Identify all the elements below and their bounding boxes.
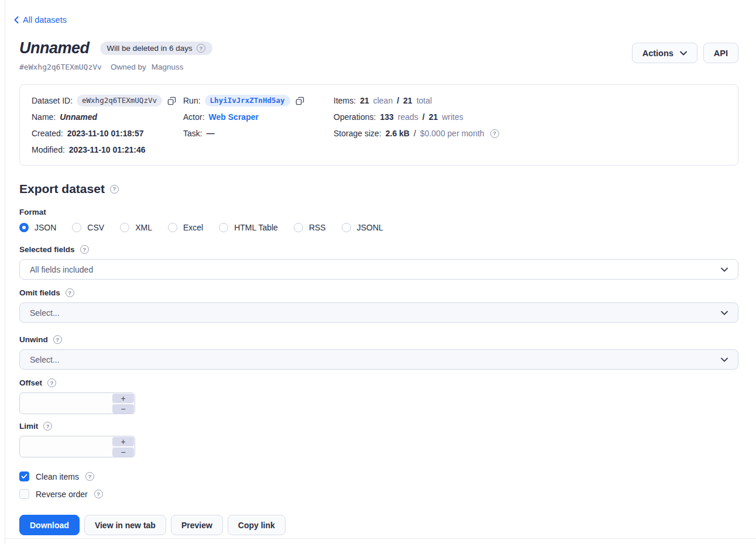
operations-writes-count: 21 [429,112,438,122]
task-label: Task: [183,129,202,138]
operations-separator: / [422,112,425,122]
omit-fields-label: Omit fields [19,288,60,297]
radio-unselected-icon [294,223,303,232]
reverse-order-checkbox[interactable] [19,489,29,499]
back-to-all-datasets-link[interactable]: All datasets [14,15,67,25]
deletion-badge: Will be deleted in 6 days [100,42,212,55]
unwind-select[interactable]: Select... [19,349,738,370]
radio-jsonl-label: JSONL [357,223,383,232]
help-icon[interactable] [490,129,499,138]
clean-items-checkbox[interactable] [19,471,29,481]
operations-writes-word: writes [442,112,463,122]
clean-items-label: Clean items [36,472,79,481]
radio-excel-label: Excel [183,223,203,232]
operations-reads-count: 133 [380,112,393,122]
limit-input[interactable] [19,436,135,457]
chevron-down-icon [680,51,687,56]
radio-xml[interactable]: XML [120,223,152,232]
actor-label: Actor: [183,112,205,122]
radio-rss-label: RSS [309,223,326,232]
radio-unselected-icon [219,223,228,232]
dataset-hash: #eWxhg2q6TEXmUQzVv [19,63,102,71]
help-icon[interactable] [53,335,62,344]
offset-increment-button[interactable] [112,394,134,403]
storage-cost: $0.000 per month [420,129,484,138]
download-button[interactable]: Download [19,515,80,535]
omit-fields-select[interactable]: Select... [19,302,738,323]
api-button[interactable]: API [703,43,738,63]
selected-fields-label: Selected fields [19,245,75,254]
operations-reads-word: reads [398,112,418,122]
copy-run-id-button[interactable] [295,97,304,105]
radio-html-table[interactable]: HTML Table [219,223,278,232]
help-icon[interactable] [47,378,56,387]
limit-increment-button[interactable] [112,437,134,446]
dataset-id-chip: eWxhg2q6TEXmUQzVv [77,95,162,106]
operations-row: Operations: 133 reads / 21 writes [334,109,726,125]
radio-csv[interactable]: CSV [72,223,104,232]
help-icon[interactable] [94,490,103,498]
help-icon[interactable] [110,185,119,194]
copy-icon [295,97,304,105]
created-value: 2023-11-10 01:18:57 [67,129,144,138]
storage-label: Storage size: [334,129,382,138]
radio-html-table-label: HTML Table [234,223,278,232]
items-total-count: 21 [403,96,413,105]
chevron-down-icon [721,267,728,272]
radio-unselected-icon [120,223,129,232]
run-label: Run: [183,96,201,105]
run-id-chip[interactable]: LhyiIvJrxZTnHd5ay [205,95,290,106]
radio-unselected-icon [342,223,351,232]
offset-input[interactable] [19,392,135,414]
modified-value: 2023-11-10 01:21:46 [69,145,146,154]
format-label: Format [19,208,46,216]
copy-dataset-id-button[interactable] [167,97,176,105]
help-icon[interactable] [80,245,89,254]
export-form: Format JSON CSV XML Excel HTML Table [19,208,738,499]
radio-json[interactable]: JSON [19,223,56,232]
items-clean-word: clean [373,96,393,105]
name-value: Unnamed [60,112,97,122]
copy-icon [167,97,176,105]
chevron-down-icon [721,311,728,315]
clean-items-row: Clean items [19,471,738,481]
view-in-new-tab-button[interactable]: View in new tab [84,515,166,535]
selected-fields-select[interactable]: All fields included [19,259,738,280]
modified-label: Modified: [32,145,65,154]
actor-row: Actor: Web Scraper [183,109,334,125]
radio-excel[interactable]: Excel [168,223,203,232]
items-separator: / [397,96,399,105]
owner-name: Magnuss [152,63,184,71]
radio-json-label: JSON [35,223,56,232]
help-icon[interactable] [85,472,94,481]
help-icon[interactable] [43,422,52,431]
chevron-down-icon [721,357,728,362]
modified-row: Modified: 2023-11-10 01:21:46 [32,142,183,158]
page-title: Unnamed [19,39,90,57]
deletion-badge-label: Will be deleted in 6 days [107,44,193,53]
created-row: Created: 2023-11-10 01:18:57 [32,125,183,142]
owned-by-label: Owned by [111,63,146,71]
storage-size-value: 2.6 kB [386,129,410,138]
dataset-detail-page: All datasets Unnamed Will be deleted in … [0,0,756,535]
limit-decrement-button[interactable] [112,447,134,457]
help-icon[interactable] [66,288,74,297]
offset-decrement-button[interactable] [112,404,134,414]
info-column-middle: Run: LhyiIvJrxZTnHd5ay Actor: Web Scrape… [183,92,334,158]
operations-label: Operations: [334,112,376,122]
actions-button[interactable]: Actions [632,43,697,63]
format-radio-group: JSON CSV XML Excel HTML Table RSS [19,223,738,232]
help-icon[interactable] [197,44,205,53]
items-row: Items: 21 clean / 21 total [334,92,726,109]
limit-label: Limit [19,422,38,431]
actor-link[interactable]: Web Scraper [209,112,259,122]
preview-button[interactable]: Preview [171,515,223,535]
selected-fields-value: All fields included [30,265,93,274]
name-row: Name: Unnamed [32,109,183,125]
radio-jsonl[interactable]: JSONL [342,223,383,232]
omit-fields-placeholder: Select... [30,308,60,318]
copy-link-button[interactable]: Copy link [228,515,286,535]
radio-rss[interactable]: RSS [294,223,326,232]
unwind-placeholder: Select... [30,355,60,364]
storage-row: Storage size: 2.6 kB / $0.000 per month [334,125,726,142]
